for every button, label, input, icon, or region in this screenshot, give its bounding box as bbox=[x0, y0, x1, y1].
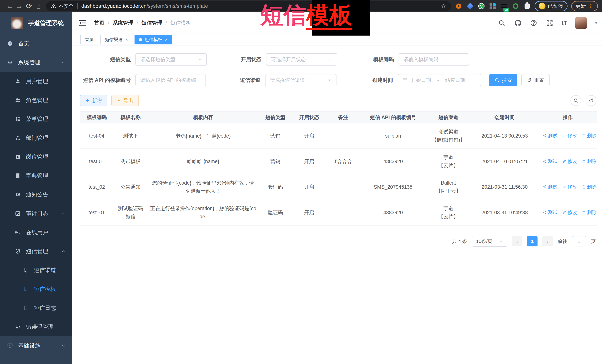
sidebar-item-sms-channel[interactable]: 短信渠道 bbox=[0, 261, 72, 280]
extension-puzzle-icon[interactable] bbox=[524, 3, 530, 10]
user-icon bbox=[14, 79, 21, 84]
address-bar[interactable]: 不安全 dashboard.yudao.iocoder.cn/system/sm… bbox=[46, 1, 451, 11]
page-size-select[interactable]: 10条/页 bbox=[472, 236, 507, 247]
sidebar-item-role-management[interactable]: 角色管理 bbox=[0, 91, 72, 110]
sidebar-item-sms-management[interactable]: 短信管理 bbox=[0, 242, 72, 261]
test-link[interactable]: 测试 bbox=[543, 208, 558, 217]
search-icon[interactable] bbox=[498, 19, 506, 27]
breadcrumb-sms[interactable]: 短信管理 bbox=[141, 20, 162, 26]
share-icon bbox=[543, 210, 547, 214]
search-icon bbox=[495, 78, 500, 83]
browser-update-button[interactable]: 更新 ⋮ bbox=[571, 1, 598, 11]
col-actions: 操作 bbox=[539, 112, 597, 123]
avatar-caret-icon[interactable]: ▾ bbox=[595, 20, 597, 26]
sidebar-item-notice-management[interactable]: 通知公告 bbox=[0, 185, 72, 204]
goto-page-input[interactable] bbox=[572, 236, 586, 246]
chevron-up-icon bbox=[61, 60, 65, 65]
table-row: test-01 测试模板 哈哈哈 {name} 营销 开启 f哈哈哈 43839… bbox=[80, 149, 597, 174]
breadcrumb-system[interactable]: 系统管理 bbox=[113, 20, 133, 26]
delete-link[interactable]: 删除 bbox=[582, 157, 597, 165]
browser-back-icon[interactable]: ← bbox=[5, 0, 14, 12]
breadcrumb-home[interactable]: 首页 bbox=[94, 20, 105, 26]
delete-link[interactable]: 删除 bbox=[582, 183, 597, 191]
reset-button[interactable]: 重置 bbox=[521, 74, 549, 86]
edit-link[interactable]: 修改 bbox=[562, 183, 577, 191]
trash-icon bbox=[582, 134, 586, 138]
next-page-button[interactable]: › bbox=[542, 236, 553, 246]
toggle-search-button[interactable] bbox=[570, 95, 581, 106]
profile-paused-chip[interactable]: 已暂停 bbox=[535, 1, 568, 11]
filter-row-1: 短信类型 请选择短信类型 开启状态 请选择开启状态 模板编码 bbox=[80, 53, 596, 65]
extension-magnifier-icon[interactable] bbox=[512, 3, 519, 10]
not-secure-warning-icon bbox=[51, 3, 56, 9]
refresh-table-button[interactable] bbox=[586, 95, 596, 106]
monitor-icon bbox=[7, 343, 13, 348]
sidebar-item-sms-template[interactable]: 短信模板 bbox=[0, 280, 72, 299]
extension-y-icon[interactable]: y bbox=[478, 3, 484, 9]
fullscreen-icon[interactable] bbox=[546, 19, 553, 27]
sidebar-item-home[interactable]: 首页 bbox=[0, 34, 72, 53]
search-button[interactable]: 搜索 bbox=[489, 74, 517, 86]
sidebar-item-sms-log[interactable]: 短信日志 bbox=[0, 299, 72, 317]
current-page-button[interactable]: 1 bbox=[527, 236, 538, 246]
test-link[interactable]: 测试 bbox=[543, 157, 558, 165]
channel-select[interactable]: 请选择短信渠道 bbox=[265, 74, 336, 86]
sidebar-item-audit-log[interactable]: 审计日志 bbox=[0, 204, 72, 223]
test-link[interactable]: 测试 bbox=[543, 183, 558, 191]
test-link[interactable]: 测试 bbox=[543, 132, 558, 140]
sidebar-item-online-users[interactable]: 在线用户 bbox=[0, 223, 72, 242]
api-template-id-input[interactable] bbox=[135, 74, 206, 86]
sidebar-item-error-code-management[interactable]: 错误码管理 bbox=[0, 317, 72, 336]
edit-link[interactable]: 修改 bbox=[562, 208, 577, 217]
sidebar-item-dict-management[interactable]: 字典管理 bbox=[0, 166, 72, 185]
table-toolbar: 新增 导出 bbox=[80, 95, 596, 106]
help-icon[interactable] bbox=[530, 19, 538, 27]
date-range-picker[interactable]: 开始日期 - 结束日期 bbox=[398, 74, 481, 86]
tab-home[interactable]: 首页 bbox=[80, 35, 98, 44]
prev-page-button[interactable]: ‹ bbox=[512, 236, 522, 246]
edit-icon bbox=[562, 159, 566, 163]
template-code-input[interactable] bbox=[398, 53, 469, 65]
github-icon[interactable] bbox=[514, 19, 522, 27]
export-button[interactable]: 导出 bbox=[111, 95, 139, 106]
bookmark-star-icon[interactable]: ☆ bbox=[441, 2, 446, 10]
filter-channel: 短信渠道 请选择短信渠道 bbox=[206, 74, 336, 86]
extension-list-icon[interactable]: on bbox=[501, 3, 507, 10]
sidebar-item-post-management[interactable]: 岗位管理 bbox=[0, 147, 72, 166]
sms-type-select[interactable]: 请选择短信类型 bbox=[135, 53, 207, 65]
col-created: 创建时间 bbox=[471, 112, 539, 123]
browser-reload-icon[interactable]: ⟳ bbox=[24, 0, 34, 12]
sidebar-item-dept-management[interactable]: 部门管理 bbox=[0, 128, 72, 147]
tab-sms-channel[interactable]: 短信渠道× bbox=[100, 35, 132, 44]
status-label: 开启状态 bbox=[207, 56, 261, 63]
add-button[interactable]: 新增 bbox=[80, 95, 107, 106]
active-tab-dot bbox=[139, 38, 142, 41]
status-select[interactable]: 请选择开启状态 bbox=[266, 53, 337, 65]
sidebar-item-user-management[interactable]: 用户管理 bbox=[0, 72, 72, 91]
extension-ring-icon[interactable] bbox=[455, 3, 462, 10]
calendar-icon bbox=[402, 78, 408, 83]
edit-link[interactable]: 修改 bbox=[562, 157, 577, 165]
extension-gem-icon[interactable] bbox=[467, 3, 473, 10]
app-logo[interactable]: 芋道管理系统 bbox=[0, 12, 72, 34]
close-icon[interactable]: × bbox=[125, 37, 128, 42]
user-avatar[interactable] bbox=[575, 17, 587, 29]
sidebar-collapse-icon[interactable] bbox=[79, 19, 87, 27]
browser-forward-icon[interactable]: → bbox=[14, 0, 24, 12]
browser-home-icon[interactable]: ⌂ bbox=[34, 0, 43, 12]
close-icon[interactable]: × bbox=[165, 37, 168, 42]
delete-link[interactable]: 删除 bbox=[582, 132, 597, 140]
font-size-icon[interactable]: tT bbox=[562, 20, 567, 26]
sidebar-item-menu-management[interactable]: 菜单管理 bbox=[0, 110, 72, 128]
tab-sms-template[interactable]: 短信模板× bbox=[135, 35, 172, 44]
edit-link[interactable]: 修改 bbox=[562, 132, 577, 140]
extension-grid-icon[interactable] bbox=[489, 3, 496, 10]
edit-icon bbox=[562, 134, 566, 138]
browser-menu-icon[interactable]: ⋮ bbox=[588, 3, 594, 9]
delete-link[interactable]: 删除 bbox=[582, 208, 597, 217]
sidebar-item-infrastructure[interactable]: 基础设施 bbox=[0, 336, 72, 355]
security-label: 不安全 bbox=[59, 3, 74, 10]
app-logo-image bbox=[11, 17, 23, 29]
filter-row-2: 短信 API 的模板编号 短信渠道 请选择短信渠道 创建时间 开始日期 - bbox=[80, 74, 596, 86]
sidebar-item-system-management[interactable]: ⚙ 系统管理 bbox=[0, 53, 72, 72]
